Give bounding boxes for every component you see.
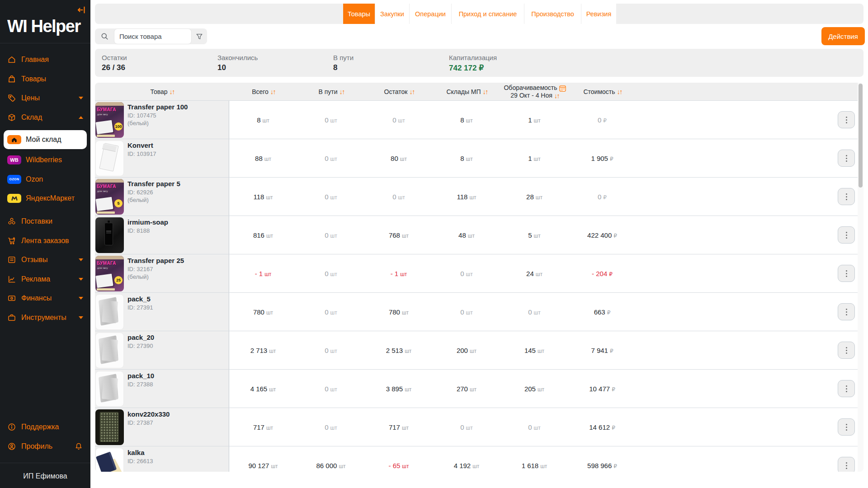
column-header-оборачиваемость[interactable]: Оборачиваемость29 Окт - 4 Ноя↓↑ (501, 83, 569, 100)
value-unit: шт (398, 117, 405, 124)
value-number: 0 (598, 193, 601, 201)
value-unit: шт (536, 194, 542, 201)
product-cell[interactable]: kalkaID: 26613 (95, 446, 229, 472)
column-header-в-пути[interactable]: В пути↓↑ (297, 83, 365, 100)
product-cell[interactable]: БУМАГАдля тату5Transfer paper 5ID: 62926… (95, 178, 229, 216)
tab-закупки[interactable]: Закупки (375, 4, 409, 24)
sidebar-item-товары[interactable]: Товары (0, 70, 90, 89)
value-cell: 2 513шт (365, 331, 433, 369)
collapse-sidebar-icon[interactable] (77, 5, 86, 14)
sidebar-subitem-яндексмаркет[interactable]: ЯндексМаркет (4, 189, 87, 208)
product-cell[interactable]: irmium-soapID: 8188 (95, 216, 229, 254)
sidebar-item-профиль[interactable]: Профиль (0, 437, 90, 456)
product-cell[interactable]: pack_10ID: 27388 (95, 370, 229, 408)
product-cell[interactable]: pack_5ID: 27391 (95, 293, 229, 331)
sidebar-item-отзывы[interactable]: Отзывы (0, 250, 90, 269)
product-name: pack_10 (127, 371, 154, 380)
value-number: 0 (528, 308, 532, 316)
bell-icon[interactable] (74, 442, 83, 451)
tab-приход-и-списание[interactable]: Приход и списание (451, 4, 524, 24)
row-menu-button[interactable] (838, 342, 855, 359)
sidebar-item-label: Отзывы (21, 256, 48, 264)
column-header-label: Склады МП (446, 88, 481, 95)
ozon-badge-icon: OZON (7, 175, 21, 184)
value-cell: 4 165шт (229, 370, 297, 408)
column-header-всего[interactable]: Всего↓↑ (230, 83, 297, 100)
product-id: ID: 26613 (127, 458, 153, 465)
row-menu-button[interactable] (838, 226, 855, 244)
product-cell[interactable]: konv220x330ID: 27387 (95, 408, 229, 446)
tab-операции[interactable]: Операции (409, 4, 451, 24)
row-menu-button[interactable] (838, 111, 855, 128)
value-number: 768 (389, 231, 400, 239)
product-id: ID: 27390 (127, 343, 154, 349)
product-cell[interactable]: БУМАГАдля тату100Transfer paper 100ID: 1… (95, 101, 229, 139)
value-cell: 14 612₽ (568, 408, 636, 446)
pack-shape (102, 300, 118, 324)
dot (846, 424, 847, 425)
row-menu-button[interactable] (838, 380, 855, 397)
column-header-склады-мп[interactable]: Склады МП↓↑ (433, 83, 501, 100)
sidebar-item-главная[interactable]: Главная (0, 50, 90, 69)
row-menu-button[interactable] (838, 303, 855, 320)
sidebar-item-склад[interactable]: Склад (0, 108, 90, 127)
row-menu-button[interactable] (838, 188, 855, 205)
sidebar-item-инструменты[interactable]: Инструменты (0, 308, 90, 327)
column-header-товар[interactable]: Товар↓↑ (95, 83, 230, 100)
value-number: 598 966 (587, 462, 612, 469)
pack-shape (102, 377, 118, 400)
row-menu-button[interactable] (838, 418, 855, 436)
dot (846, 468, 847, 469)
sidebar-item-поставки[interactable]: Поставки (0, 212, 90, 231)
sort-icon: ↓↑ (554, 92, 559, 99)
image-count-badge: 25 (114, 276, 123, 284)
column-header-остаток[interactable]: Остаток↓↑ (365, 83, 433, 100)
sidebar: WI Helper ГлавнаяТоварыЦеныСкладМой скла… (0, 0, 90, 488)
search-input[interactable] (114, 28, 192, 44)
tabs-spacer (95, 4, 343, 24)
value-unit: шт (266, 233, 273, 239)
value-unit: шт (470, 386, 476, 393)
scrollbar-thumb[interactable] (859, 84, 863, 188)
dot (846, 388, 847, 389)
product-cell[interactable]: БУМАГАдля тату25Transfer paper 25ID: 321… (95, 254, 229, 292)
value-unit: шт (534, 156, 541, 162)
value-number: 10 477 (589, 385, 610, 393)
product-cell[interactable]: pack_20ID: 27390 (95, 331, 229, 369)
value-number: 4 165 (250, 385, 268, 393)
column-header-стоимость[interactable]: Стоимость↓↑ (569, 83, 637, 100)
row-menu-button[interactable] (838, 265, 855, 282)
label-line (106, 231, 111, 231)
product-cell[interactable]: KonvertID: 103917 (95, 139, 229, 177)
value-cell: 0шт (297, 331, 365, 369)
sidebar-subitem-ozon[interactable]: OZONOzon (4, 170, 87, 189)
product-info: Transfer paper 5ID: 62926(белый) (127, 179, 180, 214)
value-unit: шт (405, 386, 411, 393)
actions-button[interactable]: Действия (821, 27, 865, 45)
row-menu-button[interactable] (838, 457, 855, 472)
sort-icon: ↓↑ (617, 88, 622, 95)
value-number: 0 (598, 116, 601, 124)
dot (846, 311, 847, 313)
sidebar-item-реклама[interactable]: Реклама (0, 270, 90, 289)
value-number: 780 (253, 308, 264, 316)
image-subtitle: для тату (97, 190, 108, 192)
sidebar-item-поддержка[interactable]: Поддержка (0, 418, 90, 436)
stats-bar: Остатки26 / 36Закончились10В пути8Капита… (95, 49, 863, 77)
tab-товары[interactable]: Товары (343, 4, 375, 24)
sidebar-item-финансы[interactable]: Финансы (0, 289, 90, 308)
sidebar-subitem-мой-склад[interactable]: Мой склад (4, 130, 87, 149)
tab-производство[interactable]: Производство (524, 4, 581, 24)
value-unit: шт (339, 463, 345, 469)
value-unit: шт (470, 348, 476, 354)
sidebar-item-цены[interactable]: Цены (0, 89, 90, 108)
value-cell: 0шт (500, 408, 568, 446)
row-menu-button[interactable] (838, 150, 855, 167)
scrollbar-track[interactable] (858, 83, 863, 472)
search-icon (95, 32, 114, 41)
sidebar-item-лента-заказов[interactable]: Лента заказов (0, 231, 90, 250)
tab-ревизия[interactable]: Ревизия (581, 4, 616, 24)
filter-icon[interactable] (192, 33, 207, 41)
sidebar-subitem-label: Ozon (26, 175, 43, 183)
sidebar-subitem-wildberries[interactable]: WBWildberries (4, 150, 87, 169)
